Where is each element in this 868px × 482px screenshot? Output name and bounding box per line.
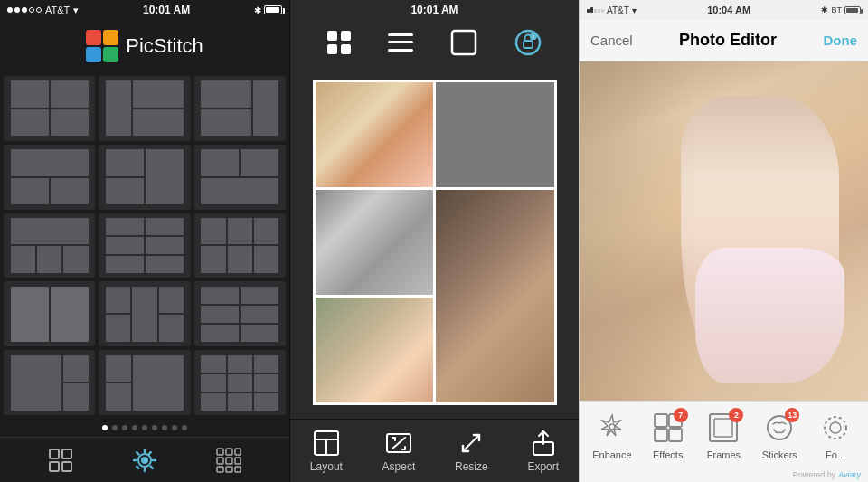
- screen2-collage-editor: 10:01 AM: [289, 0, 579, 482]
- layout-thumb-2[interactable]: [99, 76, 190, 141]
- s3-bt-label: BT: [831, 5, 842, 14]
- svg-rect-3: [62, 462, 71, 471]
- s3-bar-5: [601, 9, 604, 13]
- layout-thumb-1[interactable]: [4, 76, 95, 141]
- enhance-tool[interactable]: Enhance: [587, 410, 637, 460]
- s3-bar-4: [598, 9, 600, 13]
- layout-thumb-3[interactable]: [194, 76, 286, 141]
- enhance-icon: [594, 410, 630, 446]
- s1-layout-grid: [0, 72, 289, 419]
- layout-thumb-12[interactable]: [194, 281, 286, 346]
- artsy-brand-text: Aviary: [838, 470, 861, 479]
- lt-cell: [254, 218, 278, 245]
- frames-tool[interactable]: 2 Frames: [699, 410, 749, 460]
- s1-header: PicStitch: [0, 20, 289, 72]
- resize-icon: [458, 430, 485, 457]
- collage-cell-placeholder-1[interactable]: [436, 82, 554, 187]
- frames-icon: 2: [705, 410, 741, 446]
- stickers-badge: 13: [785, 408, 799, 422]
- s1-bluetooth-icon: ✱: [254, 5, 261, 15]
- layout-thumb-13[interactable]: [4, 350, 95, 415]
- signal-strength: [7, 7, 42, 13]
- aspect-label: Aspect: [382, 460, 416, 473]
- s3-edit-toolbar: Enhance 7 Effects: [580, 401, 868, 482]
- s3-header: Cancel Photo Editor Done: [580, 20, 868, 61]
- s3-statusbar: AT&T ▾ 10:04 AM ✱ BT: [580, 0, 868, 20]
- s2-menu-icon[interactable]: [388, 33, 413, 52]
- s3-bluetooth-icon: ✱: [821, 5, 828, 14]
- s2-grid-icon[interactable]: [326, 30, 352, 55]
- s2-collage-canvas[interactable]: [290, 65, 579, 419]
- s1-app-title: PicStitch: [126, 34, 203, 58]
- photo-overlay: [580, 61, 868, 401]
- s3-signal-icon: [587, 7, 604, 13]
- layout-icon: [313, 430, 340, 457]
- stickers-tool[interactable]: 13 Stickers: [755, 410, 805, 460]
- done-button[interactable]: Done: [824, 33, 858, 48]
- lt-cell: [11, 109, 49, 137]
- settings-gear-icon[interactable]: [129, 445, 160, 476]
- collage-cell-crawl[interactable]: [316, 298, 434, 402]
- effects-tool[interactable]: 7 Effects: [643, 410, 693, 460]
- effects-icon: 7: [650, 410, 686, 446]
- lt-cell: [241, 149, 278, 176]
- resize-button[interactable]: Resize: [455, 430, 488, 473]
- layout-thumb-9[interactable]: [194, 213, 286, 279]
- layout-thumb-4[interactable]: [4, 145, 95, 210]
- svg-rect-13: [217, 467, 223, 472]
- page-dot-3[interactable]: [122, 425, 127, 430]
- s1-battery-icon: [264, 5, 282, 14]
- page-dot-4[interactable]: [132, 425, 137, 430]
- layout-thumb-10[interactable]: [4, 281, 95, 346]
- lt-cell: [106, 80, 131, 136]
- lt-cell: [11, 149, 89, 176]
- cancel-button[interactable]: Cancel: [590, 33, 633, 48]
- page-dot-7[interactable]: [162, 425, 167, 430]
- s3-bar-2: [590, 7, 593, 13]
- photo-editor-title: Photo Editor: [679, 31, 777, 50]
- lt-cell: [201, 246, 225, 273]
- lt-cell: [146, 218, 184, 235]
- collage-cell-baby[interactable]: [316, 82, 434, 187]
- page-dot-1[interactable]: [102, 425, 108, 430]
- lt-cell: [201, 393, 225, 411]
- lt-cell: [201, 287, 239, 304]
- export-button[interactable]: Export: [527, 430, 559, 473]
- grid-small-icon[interactable]: [45, 445, 76, 476]
- svg-rect-34: [655, 414, 667, 427]
- lt-cell: [201, 149, 239, 176]
- layout-thumb-8[interactable]: [99, 213, 190, 279]
- export-icon: [530, 430, 557, 457]
- effects-badge: 7: [674, 408, 688, 422]
- layout-thumb-5[interactable]: [99, 145, 190, 210]
- s2-frame-icon[interactable]: [450, 29, 477, 56]
- collage-cell-bw-kids[interactable]: [316, 190, 434, 295]
- svg-rect-20: [388, 33, 413, 36]
- layout-thumb-6[interactable]: [194, 145, 286, 210]
- layout-thumb-11[interactable]: [99, 281, 190, 346]
- lt-cell: [241, 306, 278, 323]
- collage-cell-mom-baby[interactable]: [436, 190, 554, 402]
- logo-quarter-red: [86, 30, 101, 45]
- lt-cell: [159, 287, 184, 314]
- s2-bottom-toolbar: Layout Aspect Resize: [290, 419, 579, 482]
- lt-cell: [146, 149, 184, 204]
- apps-grid-icon[interactable]: [213, 445, 244, 476]
- s2-lock-circle-icon[interactable]: !: [514, 28, 542, 57]
- lt-cell: [201, 325, 239, 342]
- page-dot-5[interactable]: [142, 425, 147, 430]
- layout-thumb-15[interactable]: [194, 350, 286, 415]
- picstitch-logo-icon: [86, 30, 118, 62]
- page-dot-2[interactable]: [112, 425, 118, 430]
- focus-tool[interactable]: Fo...: [811, 410, 861, 460]
- lt-cell: [146, 237, 184, 254]
- layout-thumb-14[interactable]: [99, 350, 190, 415]
- page-dot-9[interactable]: [182, 425, 187, 430]
- aspect-button[interactable]: Aspect: [382, 430, 416, 473]
- layout-thumb-7[interactable]: [4, 213, 95, 279]
- svg-rect-8: [226, 449, 232, 455]
- layout-button[interactable]: Layout: [310, 430, 343, 473]
- page-dot-8[interactable]: [172, 425, 177, 430]
- svg-rect-7: [217, 449, 223, 455]
- page-dot-6[interactable]: [152, 425, 157, 430]
